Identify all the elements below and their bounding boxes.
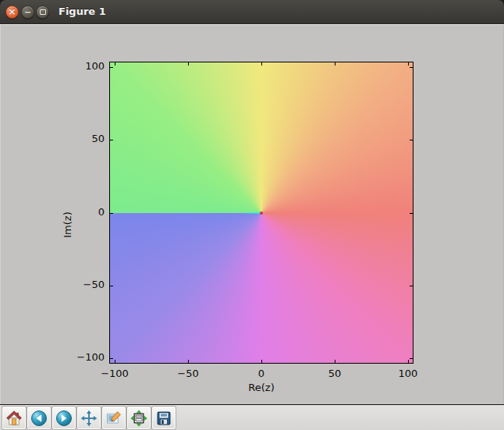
x-axis-label: Re(z): [248, 382, 274, 393]
window-title: Figure 1: [59, 0, 106, 23]
forward-icon: [55, 410, 73, 427]
minimize-button[interactable]: −: [21, 5, 34, 19]
pan-icon: [80, 410, 98, 427]
y-tick: [410, 358, 413, 359]
x-tick-label: −100: [101, 368, 129, 379]
save-button[interactable]: [152, 407, 176, 429]
y-tick-label: 50: [0, 133, 105, 144]
subplots-button[interactable]: [127, 407, 151, 429]
save-icon: [155, 410, 172, 427]
subplots-icon: [130, 410, 147, 427]
branch-cut-antialias: [241, 212, 261, 214]
x-tick: [115, 360, 115, 363]
minimize-icon: −: [24, 8, 31, 16]
x-tick-label: 0: [258, 368, 264, 379]
edit-icon: [105, 410, 122, 427]
x-tick-label: 100: [399, 368, 418, 379]
y-tick-label: −50: [0, 279, 105, 290]
y-tick: [110, 67, 113, 68]
pan-button[interactable]: [77, 407, 101, 429]
titlebar[interactable]: × − Figure 1: [0, 0, 504, 24]
y-tick: [110, 213, 113, 214]
y-tick: [110, 286, 113, 286]
x-tick: [335, 62, 335, 66]
y-tick: [410, 67, 413, 68]
x-tick-label: −50: [177, 368, 198, 379]
x-tick: [408, 360, 409, 363]
x-tick: [261, 360, 262, 363]
back-icon: [30, 410, 48, 427]
x-tick: [115, 62, 115, 66]
y-tick: [410, 213, 413, 214]
forward-button[interactable]: [52, 407, 76, 429]
toolbar: [0, 404, 504, 430]
y-tick: [410, 286, 413, 286]
edit-button[interactable]: [102, 407, 126, 429]
y-tick: [110, 140, 113, 140]
x-tick: [188, 360, 189, 363]
x-tick: [188, 62, 189, 66]
home-button[interactable]: [2, 407, 26, 429]
back-button[interactable]: [27, 407, 51, 429]
x-tick: [261, 62, 262, 66]
x-tick-label: 50: [328, 368, 342, 379]
y-tick-label: 100: [0, 60, 105, 72]
x-tick: [335, 360, 335, 363]
y-tick-label: 0: [0, 206, 105, 218]
close-button[interactable]: ×: [5, 5, 19, 19]
x-tick: [408, 62, 409, 66]
figure-canvas: Re(z) Im(z) −100−50050100100500−50−100: [0, 24, 504, 404]
y-tick: [410, 140, 413, 140]
y-tick: [110, 358, 113, 359]
y-tick-label: −100: [0, 351, 105, 363]
maximize-icon: [40, 9, 46, 15]
close-icon: ×: [8, 8, 16, 16]
maximize-button[interactable]: [36, 5, 49, 19]
figure-window: × − Figure 1 Re(z) Im(z) −100−5005010010…: [0, 0, 504, 430]
home-icon: [5, 410, 23, 427]
axes: [109, 62, 413, 364]
